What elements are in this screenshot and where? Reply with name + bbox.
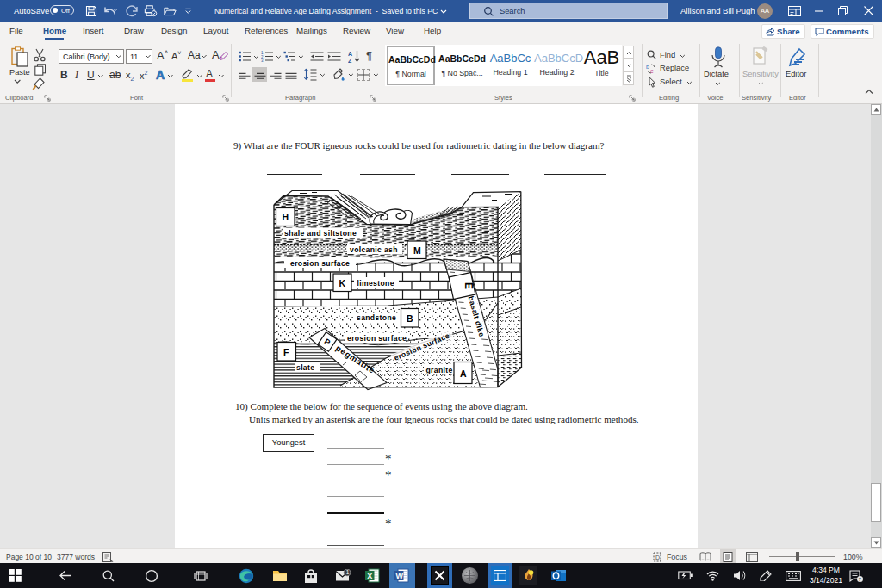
- svg-text:erosion surface: erosion surface: [290, 259, 350, 268]
- svg-text:B: B: [407, 313, 413, 324]
- svg-text:D: D: [655, 554, 660, 560]
- svg-text:sandstone: sandstone: [357, 313, 396, 322]
- svg-text:A: A: [348, 51, 352, 57]
- svg-text:K: K: [339, 278, 346, 288]
- svg-text:slate: slate: [296, 363, 314, 372]
- svg-text:F: F: [283, 347, 289, 357]
- svg-text:E: E: [463, 282, 475, 289]
- svg-text:M: M: [413, 245, 421, 256]
- svg-text:erosion surface: erosion surface: [347, 334, 407, 343]
- svg-text:shale and siltstone: shale and siltstone: [284, 229, 357, 238]
- svg-text:W: W: [396, 572, 404, 580]
- svg-text:7: 7: [859, 577, 861, 582]
- svg-text:A: A: [460, 368, 467, 379]
- svg-text:limestone: limestone: [357, 279, 394, 288]
- svg-text:X: X: [367, 572, 372, 580]
- svg-text:1: 1: [346, 569, 350, 575]
- svg-text:Z: Z: [348, 58, 352, 64]
- svg-text:3: 3: [261, 59, 264, 62]
- svg-text:granite: granite: [426, 366, 453, 374]
- svg-text:H: H: [283, 212, 289, 222]
- svg-text:b: b: [646, 64, 649, 70]
- svg-text:volcanic ash: volcanic ash: [350, 245, 398, 254]
